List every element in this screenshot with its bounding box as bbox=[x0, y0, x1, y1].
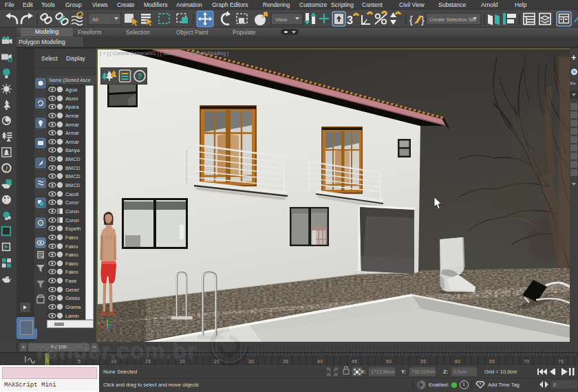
svg-text:{: { bbox=[409, 14, 413, 25]
svg-text:3: 3 bbox=[347, 14, 353, 26]
svg-text:60: 60 bbox=[455, 359, 460, 364]
svg-text:?: ? bbox=[138, 72, 142, 80]
svg-text:45: 45 bbox=[352, 359, 357, 364]
svg-text:}: } bbox=[421, 14, 425, 25]
svg-text:Create Selection Set: Create Selection Set bbox=[429, 17, 476, 23]
svg-text:50: 50 bbox=[386, 359, 392, 364]
svg-text:40: 40 bbox=[317, 359, 323, 364]
svg-text:View: View bbox=[275, 17, 287, 23]
svg-text:55: 55 bbox=[420, 359, 426, 364]
svg-text:70: 70 bbox=[524, 359, 529, 364]
svg-text:All: All bbox=[92, 17, 98, 23]
svg-text:75: 75 bbox=[558, 359, 564, 364]
svg-text:65: 65 bbox=[489, 359, 495, 364]
